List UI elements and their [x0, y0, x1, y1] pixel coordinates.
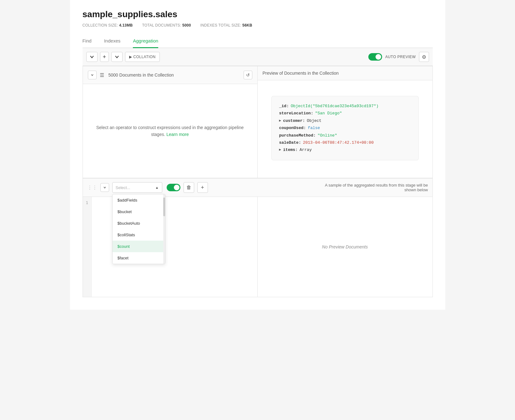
- auto-preview-label: AUTO PREVIEW: [385, 55, 416, 59]
- tab-find[interactable]: Find: [83, 35, 92, 48]
- select-placeholder: Select...: [116, 185, 130, 190]
- code-items-key: items:: [283, 146, 298, 153]
- stage-section: ⋮⋮ Select... ▲ $addFields $bucket $bucke…: [83, 178, 433, 297]
- stage-editor: 1: [83, 197, 258, 297]
- dropdown-item-count[interactable]: $count: [113, 241, 165, 252]
- code-storelocation-val: "San Diego": [315, 110, 342, 117]
- collection-title: sample_supplies.sales: [83, 9, 433, 19]
- auto-preview-toggle[interactable]: [368, 53, 382, 61]
- preview-title: Preview of Documents in the Collection: [263, 71, 427, 76]
- top-panels: ☰ 5000 Documents in the Collection ↺ Sel…: [83, 66, 433, 178]
- tab-bar: Find Indexes Aggregation: [83, 35, 433, 48]
- code-id-val: ObjectId("5bd761dcae323e45a93cd197"): [291, 102, 379, 110]
- code-couponused-val: false: [308, 124, 320, 132]
- no-preview-text: No Preview Documents: [322, 244, 368, 249]
- code-purchasemethod-val: "Online": [318, 132, 337, 139]
- learn-more-link[interactable]: Learn more: [166, 132, 189, 137]
- document-preview: _id: ObjectId("5bd761dcae323e45a93cd197"…: [271, 96, 419, 160]
- left-panel-body: Select an operator to construct expressi…: [83, 84, 257, 178]
- dropdown-scrollbar-thumb: [163, 198, 165, 216]
- code-couponused-key: couponUsed:: [279, 124, 306, 132]
- add-stage-btn[interactable]: +: [100, 52, 109, 62]
- dropdown-item-collstats[interactable]: $collStats: [113, 229, 165, 241]
- dropdown-item-bucketauto[interactable]: $bucketAuto: [113, 218, 165, 229]
- dropdown-scrollbar[interactable]: [163, 194, 165, 264]
- drag-handle-icon[interactable]: ⋮⋮: [87, 185, 97, 191]
- more-options-btn[interactable]: [111, 52, 123, 62]
- line-number-1: 1: [86, 201, 88, 205]
- left-panel-collapse-btn[interactable]: [88, 71, 97, 79]
- customer-expand-icon[interactable]: ▶: [279, 118, 281, 124]
- collation-button[interactable]: ▶ COLLATION: [125, 52, 160, 62]
- tab-indexes[interactable]: Indexes: [104, 35, 121, 48]
- toolbar: + ▶ COLLATION AUTO PREVIEW ⚙: [83, 48, 433, 66]
- delete-stage-btn[interactable]: 🗑: [184, 182, 194, 193]
- stage-preview-area: No Preview Documents: [258, 197, 432, 297]
- code-customer-key: customer:: [283, 117, 305, 124]
- items-expand-icon[interactable]: ▶: [279, 147, 281, 153]
- stage-preview-label: A sample of the aggregated results from …: [321, 183, 428, 192]
- right-panel-header: Preview of Documents in the Collection: [258, 66, 432, 80]
- aggregation-hint: Select an operator to construct expressi…: [89, 124, 251, 138]
- add-after-stage-btn[interactable]: +: [197, 182, 208, 193]
- code-storelocation-key: storeLocation:: [279, 110, 313, 117]
- code-customer-val: Object: [307, 117, 321, 124]
- code-id-key: _id:: [279, 102, 289, 110]
- collection-size-meta: COLLECTION SIZE: 4.13MB: [83, 23, 133, 28]
- tab-aggregation[interactable]: Aggregation: [133, 35, 158, 48]
- line-numbers: 1: [83, 197, 92, 297]
- indexes-size-meta: INDEXES TOTAL SIZE: 56KB: [200, 23, 252, 28]
- right-panel-body: _id: ObjectId("5bd761dcae323e45a93cd197"…: [258, 80, 432, 176]
- dropdown-item-facet[interactable]: $facet: [113, 252, 165, 264]
- code-items-val: Array: [300, 146, 312, 153]
- stage-enable-toggle[interactable]: [167, 184, 180, 191]
- left-panel-header: ☰ 5000 Documents in the Collection ↺: [83, 66, 257, 84]
- code-purchasemethod-key: purchaseMethod:: [279, 132, 316, 139]
- dropdown-item-bucket[interactable]: $bucket: [113, 206, 165, 218]
- left-panel: ☰ 5000 Documents in the Collection ↺ Sel…: [83, 66, 258, 178]
- right-panel: Preview of Documents in the Collection _…: [258, 66, 432, 178]
- total-docs-meta: TOTAL DOCUMENTS: 5000: [142, 23, 191, 28]
- docs-count-label: 5000 Documents in the Collection: [109, 72, 240, 78]
- stage-collapse-btn[interactable]: [100, 183, 109, 192]
- settings-button[interactable]: ⚙: [419, 52, 429, 62]
- stage-operator-select[interactable]: Select... ▲ $addFields $bucket $bucketAu…: [112, 182, 162, 193]
- dropdown-item-addfields[interactable]: $addFields: [113, 194, 165, 206]
- code-saledate-key: saleDate:: [279, 139, 301, 146]
- auto-preview-area: AUTO PREVIEW ⚙: [368, 52, 429, 62]
- code-saledate-val: 2013-04-06T08:47:42.174+00:00: [303, 139, 374, 146]
- refresh-btn[interactable]: ↺: [244, 71, 252, 79]
- dropdown-arrow-btn[interactable]: [86, 52, 98, 62]
- chevron-up-icon: ▲: [155, 186, 159, 189]
- stage-header: ⋮⋮ Select... ▲ $addFields $bucket $bucke…: [83, 178, 432, 197]
- operator-dropdown: $addFields $bucket $bucketAuto $collStat…: [112, 194, 165, 264]
- select-display[interactable]: Select... ▲: [112, 182, 162, 193]
